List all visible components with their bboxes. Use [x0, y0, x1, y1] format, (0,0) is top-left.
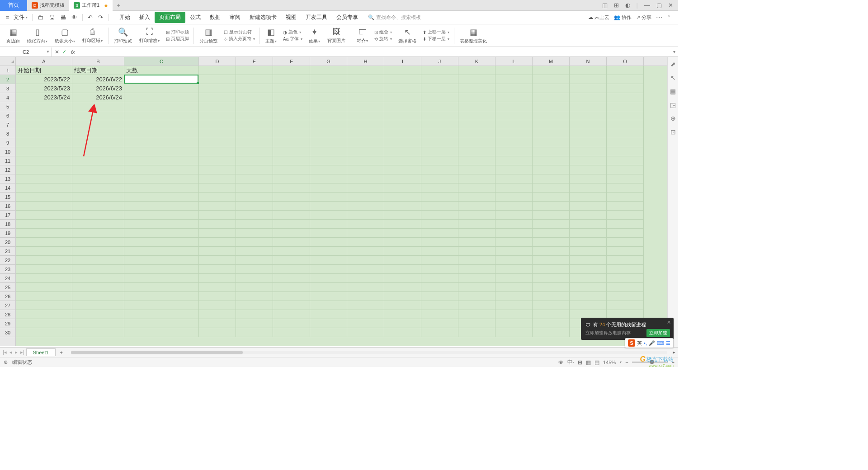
cell[interactable] — [570, 129, 607, 138]
cell[interactable] — [495, 202, 533, 211]
cell[interactable] — [273, 174, 310, 183]
cell[interactable] — [495, 283, 533, 292]
cell[interactable] — [384, 66, 421, 75]
collab-button[interactable]: 👥协作 — [614, 14, 632, 21]
cell[interactable] — [273, 120, 310, 129]
cell[interactable] — [72, 256, 124, 265]
cell[interactable] — [347, 328, 384, 337]
cell[interactable] — [495, 174, 533, 183]
confirm-icon[interactable]: ✓ — [62, 49, 66, 55]
cell[interactable] — [607, 247, 644, 256]
cell[interactable] — [16, 211, 72, 220]
next-sheet-icon[interactable]: ▸ — [15, 349, 18, 355]
cell[interactable] — [495, 156, 533, 165]
cell[interactable] — [273, 274, 310, 283]
cell[interactable] — [421, 274, 458, 283]
cell[interactable] — [495, 165, 533, 174]
cell[interactable] — [236, 310, 273, 319]
cell[interactable] — [310, 193, 347, 202]
expand-formula-icon[interactable]: ▾ — [670, 49, 678, 54]
cell[interactable] — [72, 211, 124, 220]
cell[interactable] — [347, 301, 384, 310]
cell[interactable] — [199, 193, 236, 202]
cell[interactable] — [607, 292, 644, 301]
ribbon-tab-6[interactable]: 新建选项卡 — [245, 12, 281, 23]
print-area-button[interactable]: ⎙打印区域▾ — [80, 27, 105, 44]
cell[interactable] — [199, 283, 236, 292]
cell[interactable] — [273, 93, 310, 102]
cell[interactable] — [124, 202, 199, 211]
col-header[interactable]: L — [495, 57, 533, 66]
print-icon[interactable]: 🖶 — [58, 14, 68, 21]
cell[interactable]: 2023/5/22 — [16, 75, 72, 84]
cell[interactable] — [570, 220, 607, 229]
open-icon[interactable]: 🗀 — [35, 14, 46, 21]
col-header[interactable]: B — [72, 57, 124, 66]
cell[interactable] — [570, 165, 607, 174]
cell[interactable] — [495, 129, 533, 138]
cell[interactable] — [421, 75, 458, 84]
col-header[interactable]: K — [458, 57, 495, 66]
row-header[interactable]: 30 — [0, 328, 15, 337]
cell[interactable] — [273, 183, 310, 193]
col-header[interactable]: G — [310, 57, 347, 66]
clipboard-icon[interactable]: ◳ — [670, 101, 676, 108]
cell[interactable] — [533, 220, 570, 229]
cell[interactable] — [495, 220, 533, 229]
cell[interactable] — [495, 328, 533, 337]
cell[interactable] — [607, 256, 644, 265]
row-header[interactable]: 21 — [0, 247, 15, 256]
cell[interactable] — [310, 202, 347, 211]
cell[interactable] — [533, 310, 570, 319]
cell[interactable] — [347, 138, 384, 147]
save-icon[interactable]: 🖫 — [47, 14, 57, 21]
cell[interactable] — [458, 120, 495, 129]
cell[interactable] — [310, 283, 347, 292]
cell[interactable] — [384, 292, 421, 301]
row-header[interactable]: 7 — [0, 120, 15, 129]
cell[interactable] — [458, 174, 495, 183]
cell[interactable] — [236, 301, 273, 310]
ime-punct-icon[interactable]: •, — [644, 340, 647, 346]
cell[interactable] — [458, 229, 495, 238]
cell[interactable] — [273, 66, 310, 75]
cell[interactable] — [310, 229, 347, 238]
cell[interactable] — [72, 111, 124, 120]
cell[interactable] — [570, 174, 607, 183]
cell[interactable] — [72, 202, 124, 211]
cell[interactable] — [421, 156, 458, 165]
cell[interactable] — [495, 66, 533, 75]
cell[interactable] — [16, 138, 72, 147]
cell[interactable] — [273, 211, 310, 220]
cell[interactable] — [199, 292, 236, 301]
cell[interactable] — [421, 193, 458, 202]
cell[interactable] — [421, 174, 458, 183]
cell[interactable] — [16, 265, 72, 274]
cell[interactable] — [199, 247, 236, 256]
cell[interactable] — [310, 147, 347, 156]
row-header[interactable]: 11 — [0, 156, 15, 165]
cell[interactable] — [236, 193, 273, 202]
cell[interactable] — [458, 66, 495, 75]
cell[interactable] — [347, 147, 384, 156]
cell[interactable] — [607, 229, 644, 238]
scrollbar-thumb[interactable] — [71, 351, 243, 354]
cell[interactable] — [570, 229, 607, 238]
cell[interactable] — [347, 220, 384, 229]
cell[interactable] — [421, 183, 458, 193]
cell[interactable] — [310, 129, 347, 138]
cell[interactable] — [495, 120, 533, 129]
cell[interactable] — [458, 265, 495, 274]
zoom-value[interactable]: 145% — [603, 360, 616, 365]
row-header[interactable]: 10 — [0, 147, 15, 156]
tab-home[interactable]: 首页 — [0, 0, 27, 11]
expand-icon[interactable]: ⌃ — [667, 14, 671, 20]
cell[interactable] — [384, 156, 421, 165]
cell[interactable] — [16, 283, 72, 292]
cell[interactable] — [533, 165, 570, 174]
cell[interactable] — [570, 256, 607, 265]
cell[interactable] — [310, 211, 347, 220]
cell[interactable] — [458, 183, 495, 193]
cell[interactable] — [16, 129, 72, 138]
cell[interactable] — [421, 319, 458, 328]
